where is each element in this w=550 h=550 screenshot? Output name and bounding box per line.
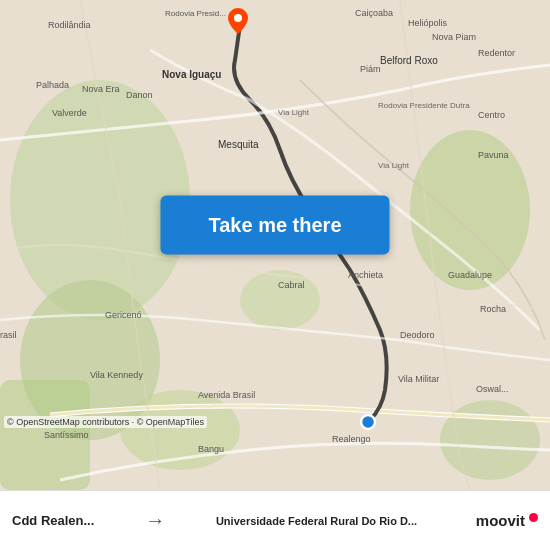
svg-text:Guadalupe: Guadalupe [448, 270, 492, 280]
svg-text:Rodovia Presidente Dutra: Rodovia Presidente Dutra [378, 101, 470, 110]
svg-text:Rodovia Presid...: Rodovia Presid... [165, 9, 226, 18]
map-attribution: © OpenStreetMap contributors · © OpenMap… [4, 416, 207, 428]
svg-text:Centro: Centro [478, 110, 505, 120]
svg-text:Heliópolis: Heliópolis [408, 18, 448, 28]
svg-text:Rodilândia: Rodilândia [48, 20, 91, 30]
svg-text:Piám: Piám [360, 64, 381, 74]
svg-text:Rocha: Rocha [480, 304, 506, 314]
svg-text:Santíssimo: Santíssimo [44, 430, 89, 440]
svg-text:Nova Era: Nova Era [82, 84, 120, 94]
svg-text:rasil: rasil [0, 330, 17, 340]
footer-destination: Universidade Federal Rural Do Rio D... [216, 515, 417, 527]
svg-text:Pavuna: Pavuna [478, 150, 509, 160]
svg-text:Vila Kennedy: Vila Kennedy [90, 370, 143, 380]
svg-point-41 [234, 14, 242, 22]
svg-point-5 [440, 400, 540, 480]
svg-text:Vila Militar: Vila Militar [398, 374, 439, 384]
svg-text:Anchieta: Anchieta [348, 270, 383, 280]
svg-text:Deodoro: Deodoro [400, 330, 435, 340]
svg-point-42 [361, 415, 375, 429]
svg-text:Caiçoaba: Caiçoaba [355, 8, 393, 18]
footer: Cdd Realen... → Universidade Federal Rur… [0, 490, 550, 550]
moovit-text: moovit [476, 512, 525, 529]
map: Rodilândia Rodovia Presid... Caiçoaba He… [0, 0, 550, 490]
svg-text:Avenida Brasil: Avenida Brasil [198, 390, 255, 400]
take-me-there-button[interactable]: Take me there [160, 196, 389, 255]
footer-origin: Cdd Realen... [12, 513, 94, 528]
moovit-logo: moovit [476, 512, 538, 529]
svg-text:Belford Roxo: Belford Roxo [380, 55, 438, 66]
svg-text:Realengo: Realengo [332, 434, 371, 444]
svg-text:Cabral: Cabral [278, 280, 305, 290]
svg-text:Mesquita: Mesquita [218, 139, 259, 150]
svg-text:Danon: Danon [126, 90, 153, 100]
destination-name: Universidade Federal Rural Do Rio D... [216, 515, 417, 527]
svg-text:Bangu: Bangu [198, 444, 224, 454]
origin-name: Cdd Realen... [12, 513, 94, 528]
svg-text:Nova Piam: Nova Piam [432, 32, 476, 42]
svg-text:Palhada: Palhada [36, 80, 69, 90]
svg-text:Valverde: Valverde [52, 108, 87, 118]
svg-text:Nova Iguaçu: Nova Iguaçu [162, 69, 221, 80]
moovit-dot-icon [529, 513, 538, 522]
svg-text:Oswal...: Oswal... [476, 384, 509, 394]
direction-arrow: → [145, 509, 165, 532]
svg-text:Redentor: Redentor [478, 48, 515, 58]
svg-text:Gericenó: Gericenó [105, 310, 142, 320]
svg-text:Via Light: Via Light [378, 161, 410, 170]
svg-text:Via Light: Via Light [278, 108, 310, 117]
